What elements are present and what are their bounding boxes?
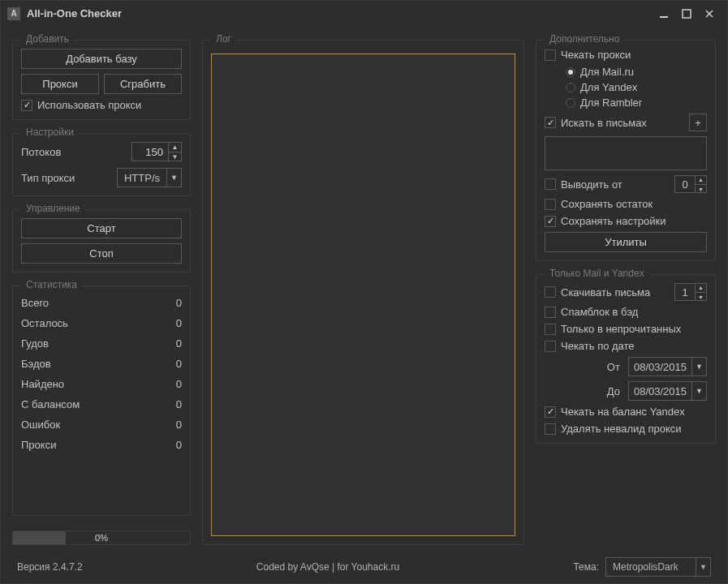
for-yandex-label: Для Yandex — [580, 81, 637, 93]
credit-label: Coded by AvQse | for Youhack.ru — [83, 561, 574, 573]
search-letters-checkbox[interactable]: ✓ Искать в письмах — [545, 117, 647, 129]
theme-label: Тема: — [573, 561, 599, 573]
stat-label: Осталось — [21, 317, 68, 329]
chevron-down-icon: ▼ — [691, 382, 706, 400]
download-letters-checkbox[interactable]: Скачивать письма — [545, 286, 650, 298]
stat-row: Бэдов0 — [21, 355, 182, 372]
check-proxy-checkbox[interactable]: Чекать прокси — [545, 49, 707, 61]
download-count-stepper[interactable]: 1 ▲ ▼ — [674, 283, 707, 301]
close-button[interactable] — [698, 2, 721, 25]
date-to-picker[interactable]: 08/03/2015 ▼ — [628, 381, 707, 401]
save-settings-label: Сохранять настройки — [561, 215, 666, 227]
version-label: Версия 2.4.7.2 — [17, 561, 83, 573]
chevron-down-icon: ▼ — [696, 558, 710, 576]
save-settings-checkbox[interactable]: ✓ Сохранять настройки — [545, 215, 707, 227]
date-from-value: 08/03/2015 — [629, 361, 691, 373]
app-icon: A — [7, 7, 20, 20]
grab-button[interactable]: Сграбить — [104, 74, 182, 94]
proxy-type-label: Тип прокси — [21, 172, 75, 184]
log-legend: Лог — [211, 33, 236, 45]
add-legend: Добавить — [21, 33, 74, 45]
stat-label: Прокси — [21, 439, 56, 451]
utilities-button[interactable]: Утилиты — [545, 232, 707, 252]
footer: Версия 2.4.7.2 Coded by AvQse | for Youh… — [1, 550, 727, 583]
stat-row: Ошибок0 — [21, 416, 182, 433]
plus-button[interactable]: + — [689, 114, 707, 131]
stats-group: Статистика Всего0 Осталось0 Гудов0 Бэдов… — [12, 286, 191, 516]
check-balance-checkbox[interactable]: ✓ Чекать на баланс Yandex — [545, 406, 707, 418]
threads-value: 150 — [132, 146, 168, 158]
add-group: Добавить Добавить базу Прокси Сграбить ✓… — [12, 40, 191, 120]
date-to-value: 08/03/2015 — [629, 385, 691, 397]
date-from-picker[interactable]: 08/03/2015 ▼ — [628, 357, 707, 376]
download-count-value: 1 — [675, 286, 695, 298]
stat-value: 0 — [176, 317, 182, 329]
progress-label: 0% — [13, 531, 190, 544]
for-rambler-label: Для Rambler — [580, 97, 642, 109]
spamblock-label: Спамблок в бэд — [561, 306, 638, 318]
check-proxy-label: Чекать прокси — [561, 49, 631, 61]
proxy-type-select[interactable]: HTTP/s ▼ — [117, 168, 182, 187]
stat-value: 0 — [176, 358, 182, 370]
minimize-button[interactable] — [653, 2, 675, 25]
check-by-date-label: Чекать по дате — [561, 340, 635, 352]
spamblock-checkbox[interactable]: Спамблок в бэд — [545, 306, 707, 318]
only-unread-checkbox[interactable]: Только в непрочитанных — [545, 323, 707, 335]
threads-up-icon[interactable]: ▲ — [168, 142, 181, 152]
proxy-button[interactable]: Прокси — [21, 74, 99, 94]
stat-row: Прокси0 — [21, 436, 182, 453]
add-base-button[interactable]: Добавить базу — [21, 49, 182, 69]
output-from-stepper[interactable]: 0 ▲ ▼ — [674, 175, 707, 193]
stop-button[interactable]: Стоп — [21, 243, 182, 264]
stat-row: С балансом0 — [21, 396, 182, 413]
chevron-down-icon: ▼ — [691, 358, 706, 376]
output-from-checkbox[interactable]: Выводить от — [545, 178, 622, 191]
dl-up-icon[interactable]: ▲ — [695, 283, 706, 292]
output-from-label: Выводить от — [561, 178, 622, 191]
dl-down-icon[interactable]: ▼ — [695, 292, 706, 301]
use-proxy-checkbox[interactable]: ✓ Использовать прокси — [21, 99, 182, 111]
delete-invalid-checkbox[interactable]: Удалять невалид прокси — [545, 423, 707, 435]
output-down-icon[interactable]: ▼ — [695, 184, 706, 193]
download-letters-label: Скачивать письма — [561, 286, 650, 298]
maximize-button[interactable] — [675, 2, 698, 25]
threads-down-icon[interactable]: ▼ — [168, 152, 181, 161]
stat-row: Осталось0 — [21, 315, 182, 332]
mail-yandex-group: Только Mail и Yandex Скачивать письма 1 … — [536, 274, 716, 444]
for-rambler-radio[interactable]: Для Rambler — [566, 97, 707, 109]
save-remain-label: Сохранять остаток — [561, 198, 653, 210]
stat-label: Найдено — [21, 378, 64, 390]
output-up-icon[interactable]: ▲ — [695, 175, 706, 184]
stat-row: Всего0 — [21, 294, 182, 311]
theme-select[interactable]: MetropolisDark ▼ — [605, 557, 711, 577]
log-group: Лог — [202, 40, 524, 545]
stat-label: Бэдов — [21, 358, 51, 370]
window-title: All-in-One Checker — [27, 7, 122, 19]
proxy-type-value: HTTP/s — [118, 172, 166, 184]
control-group: Управление Старт Стоп — [12, 209, 191, 273]
theme-value: MetropolisDark — [606, 561, 696, 573]
log-textarea[interactable] — [211, 54, 515, 536]
extra-legend: Дополнительно — [545, 33, 624, 45]
for-yandex-radio[interactable]: Для Yandex — [566, 81, 707, 93]
stats-legend: Статистика — [21, 279, 82, 290]
stat-value: 0 — [176, 419, 182, 431]
threads-stepper[interactable]: 150 ▲ ▼ — [131, 142, 182, 161]
stat-value: 0 — [176, 398, 182, 410]
start-button[interactable]: Старт — [21, 218, 182, 238]
control-legend: Управление — [21, 203, 85, 214]
mail-yandex-legend: Только Mail и Yandex — [545, 268, 649, 279]
stat-value: 0 — [176, 297, 182, 309]
stat-row: Найдено0 — [21, 376, 182, 393]
extra-group: Дополнительно Чекать прокси Для Mail.ru … — [536, 40, 716, 261]
check-balance-label: Чекать на баланс Yandex — [561, 406, 685, 418]
threads-label: Потоков — [21, 146, 61, 158]
stat-label: Всего — [21, 297, 49, 309]
delete-invalid-label: Удалять невалид прокси — [561, 423, 682, 435]
stat-value: 0 — [176, 337, 182, 350]
save-remain-checkbox[interactable]: Сохранять остаток — [545, 198, 707, 210]
for-mail-radio[interactable]: Для Mail.ru — [566, 66, 707, 78]
search-terms-input[interactable] — [545, 136, 707, 170]
check-by-date-checkbox[interactable]: Чекать по дате — [545, 340, 707, 352]
settings-legend: Настройки — [21, 127, 79, 138]
